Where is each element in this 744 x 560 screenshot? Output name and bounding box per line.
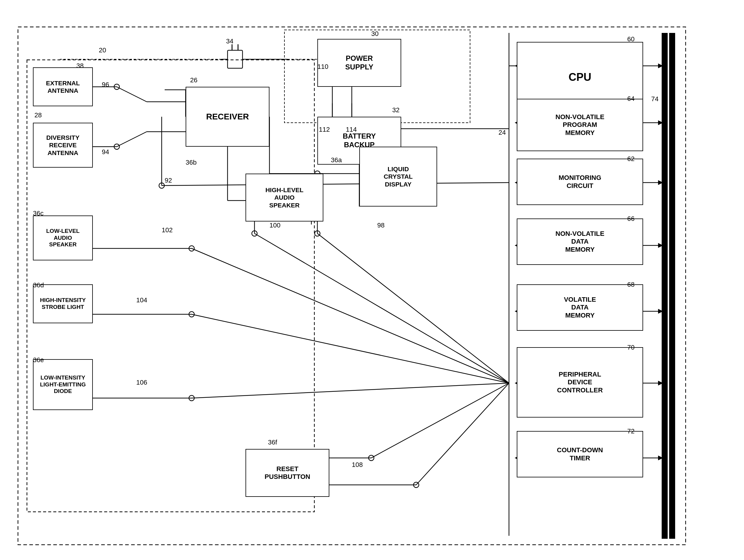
ref-36e: 36e — [33, 356, 44, 364]
ref-32: 32 — [392, 106, 399, 114]
svg-line-40 — [162, 183, 509, 186]
ref-98: 98 — [377, 222, 384, 229]
non-volatile-data-block: NON-VOLATILEDATAMEMORY — [517, 219, 643, 265]
lcd-block: LIQUIDCRYSTALDISPLAY — [359, 147, 437, 207]
svg-line-65 — [318, 233, 509, 383]
ref-108: 108 — [352, 461, 363, 469]
svg-line-76 — [192, 249, 509, 383]
monitoring-circuit-block: MONITORINGCIRCUIT — [517, 159, 643, 205]
ref-36a: 36a — [331, 156, 342, 164]
ref-28: 28 — [34, 111, 42, 119]
ref-68: 68 — [627, 281, 634, 289]
ref-66: 66 — [627, 215, 634, 223]
ref-112: 112 — [319, 126, 330, 134]
ref-102: 102 — [162, 226, 173, 234]
ref-36b: 36b — [186, 159, 197, 166]
ref-92: 92 — [165, 177, 172, 184]
ref-62: 62 — [627, 155, 634, 163]
diagram: CPU POWERSUPPLY BATTERYBACKUP RECEIVER E… — [0, 0, 744, 560]
ref-114: 114 — [346, 126, 357, 134]
power-supply-block: POWERSUPPLY — [318, 39, 401, 87]
ref-38: 38 — [76, 62, 83, 70]
ref-70: 70 — [627, 344, 634, 351]
svg-rect-1 — [662, 33, 668, 539]
ref-94: 94 — [102, 148, 109, 156]
ref-74: 74 — [651, 95, 658, 103]
svg-line-82 — [192, 383, 509, 398]
ref-64: 64 — [627, 95, 634, 103]
svg-line-53 — [117, 132, 147, 147]
receiver-block: RECEIVER — [186, 87, 269, 147]
ref-72: 72 — [627, 427, 634, 435]
ref-26: 26 — [190, 76, 197, 84]
svg-line-43 — [117, 87, 147, 102]
ref-36f: 36f — [268, 439, 277, 446]
peripheral-controller-block: PERIPHERALDEVICECONTROLLER — [517, 347, 643, 417]
volatile-data-block: VOLATILEDATAMEMORY — [517, 284, 643, 331]
ref-60: 60 — [627, 35, 634, 43]
external-antenna-block: EXTERNALANTENNA — [33, 67, 93, 106]
ref-34: 34 — [226, 37, 233, 45]
strobe-light-block: HIGH-INTENSITYSTROBE LIGHT — [33, 284, 93, 323]
svg-rect-2 — [669, 33, 675, 539]
high-level-speaker-block: HIGH-LEVELAUDIOSPEAKER — [246, 174, 323, 222]
ref-30: 30 — [371, 30, 378, 38]
non-volatile-prog-block: NON-VOLATILEPROGRAMMEMORY — [517, 99, 643, 151]
ref-36d: 36d — [33, 282, 44, 289]
ref-104: 104 — [136, 296, 147, 304]
ref-100: 100 — [269, 222, 281, 229]
svg-rect-91 — [228, 50, 243, 68]
led-block: LOW-INTENSITYLIGHT-EMITTINGDIODE — [33, 359, 93, 410]
ref-96: 96 — [102, 81, 109, 88]
ref-20: 20 — [99, 46, 106, 54]
ref-36c: 36c — [33, 210, 43, 217]
low-level-speaker-block: LOW-LEVELAUDIOSPEAKER — [33, 216, 93, 260]
svg-line-79 — [192, 314, 509, 383]
reset-pushbutton-block: RESETPUSHBUTTON — [246, 449, 329, 497]
svg-line-73 — [255, 233, 509, 383]
svg-line-88 — [416, 383, 509, 485]
ref-110: 110 — [318, 63, 328, 71]
ref-106: 106 — [136, 379, 147, 386]
svg-line-85 — [371, 383, 509, 458]
diversity-antenna-block: DIVERSITYRECEIVEANTENNA — [33, 123, 93, 167]
countdown-timer-block: COUNT-DOWNTIMER — [517, 431, 643, 477]
ref-24: 24 — [498, 129, 506, 137]
